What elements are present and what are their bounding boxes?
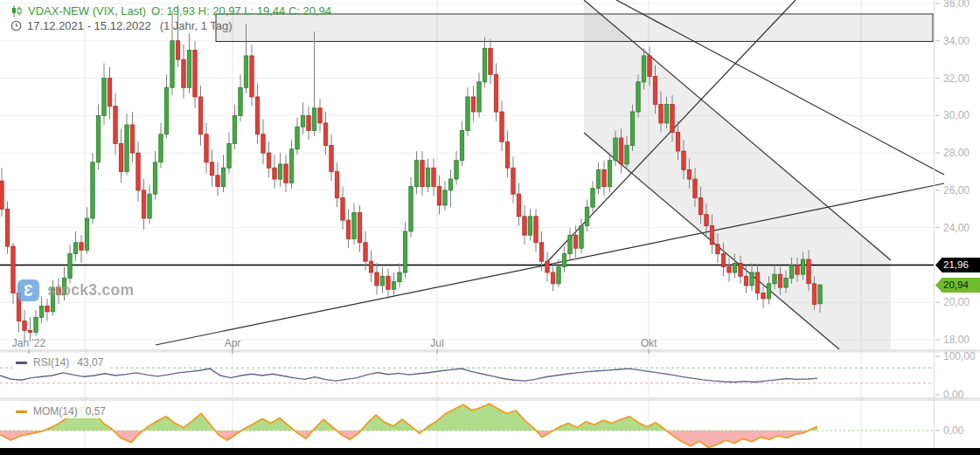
chart-canvas[interactable]: Jan '22AprJulOkt36,0034,0032,0030,0028,0… [0,0,980,455]
clock-icon [10,20,22,31]
svg-text:26,00: 26,00 [943,184,970,196]
last-price-badge: 20,94 [935,278,980,293]
price-line-badge: 21,96 [935,258,980,272]
svg-text:Jan '22: Jan '22 [12,337,46,349]
mom-legend[interactable]: MOM(14) 0,57 [12,404,111,418]
mom-value: 0,57 [86,405,106,417]
svg-text:Okt: Okt [641,337,657,349]
svg-text:Jul: Jul [430,337,443,349]
svg-text:20,00: 20,00 [943,296,970,308]
svg-text:0,00: 0,00 [943,389,964,401]
svg-text:0,00: 0,00 [943,424,964,437]
svg-text:30,00: 30,00 [943,109,970,121]
rsi-line-icon [16,362,27,364]
svg-text:Apr: Apr [225,337,241,349]
svg-text:28,00: 28,00 [943,147,970,159]
rsi-legend[interactable]: RSI(14) 43,07 [12,355,108,369]
svg-text:100,00: 100,00 [943,350,976,362]
ohlc-values: O: 19,93 H: 20,97 L: 19,44 C: 20,94 [151,3,331,18]
bottom-scrollbar[interactable] [0,448,980,455]
date-range[interactable]: 17.12.2021 - 15.12.2022 [27,18,151,33]
svg-text:34,00: 34,00 [943,35,970,47]
rsi-name: RSI(14) [33,356,69,369]
stock3-logo-icon: 3 [17,279,39,301]
svg-text:18,00: 18,00 [943,334,970,346]
watermark[interactable]: 3 stock3.com [17,279,134,301]
mom-name: MOM(14) [33,405,78,417]
rsi-value: 43,07 [77,356,103,369]
mom-panel: 0,00 [0,403,964,447]
price-axis-labels: 36,0034,0032,0030,0028,0026,0024,0020,00… [935,0,970,448]
mom-line-icon [16,410,27,413]
chart-window: Jan '22AprJulOkt36,0034,0032,0030,0028,0… [0,0,980,455]
instrument-title[interactable]: VDAX-NEW (VIX, Last) [28,3,146,18]
rsi-panel: 100,000,00 [0,350,976,401]
svg-text:36,00: 36,00 [943,0,970,10]
candlestick-icon [10,5,23,17]
interval-label: (1 Jahr, 1 Tag) [160,18,233,33]
watermark-text: stock3.com [47,281,134,300]
chart-header: VDAX-NEW (VIX, Last) O: 19,93 H: 20,97 L… [10,3,331,33]
svg-text:32,00: 32,00 [943,72,970,85]
svg-text:24,00: 24,00 [943,222,970,234]
